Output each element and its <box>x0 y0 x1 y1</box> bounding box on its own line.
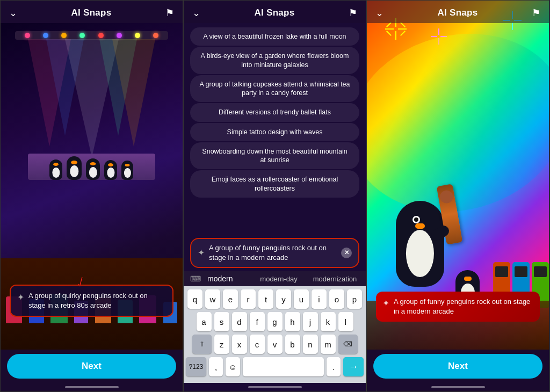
autocomplete-word-2[interactable]: modern-day <box>260 275 306 283</box>
key-c[interactable]: c <box>250 335 265 354</box>
sparkle-icon-1: ✦ <box>17 292 24 302</box>
panel-1: ⌄ AI Snaps ⚑ <box>0 0 183 392</box>
key-p[interactable]: p <box>347 289 362 309</box>
flag-icon-3[interactable]: ⚑ <box>532 7 540 19</box>
key-y[interactable]: y <box>276 289 291 309</box>
panel-2-header: ⌄ AI Snaps ⚑ <box>184 1 366 23</box>
key-space[interactable] <box>243 357 324 376</box>
key-g[interactable]: g <box>267 312 283 331</box>
panel-3-header: ⌄ AI Snaps ⚑ <box>367 1 549 23</box>
keyboard-row-3: ⇧ z x c v b n m ⌫ <box>186 335 364 354</box>
autocomplete-word-1[interactable]: modern <box>207 274 254 283</box>
suggestion-item[interactable]: A view of a beautiful frozen lake with a… <box>190 27 359 46</box>
key-period[interactable]: . <box>327 357 341 376</box>
prompt-box-1: ✦ A group of quirky penguins rock out on… <box>10 285 173 317</box>
keyboard-row-4: ?123 , ☺ . → <box>186 357 364 376</box>
autocomplete-row: ⌨ modern modern-day modernization <box>184 271 366 286</box>
autocomplete-word-3[interactable]: modernization <box>313 275 359 283</box>
key-l[interactable]: l <box>338 312 353 331</box>
suggestion-item[interactable]: Snowboarding down the most beautiful mou… <box>190 142 359 170</box>
home-bar-2 <box>248 386 302 388</box>
key-k[interactable]: k <box>321 312 336 331</box>
key-d[interactable]: d <box>232 312 247 331</box>
result-image: ✦ A group of funny penguins rock out on … <box>367 1 549 350</box>
key-w[interactable]: w <box>205 289 220 309</box>
suggestion-item[interactable]: Emoji faces as a rollercoaster of emotio… <box>190 170 359 198</box>
prompt-box-3: ✦ A group of funny penguins rock out on … <box>376 292 540 322</box>
key-m[interactable]: m <box>321 335 336 354</box>
home-indicator-2 <box>184 383 366 391</box>
key-v[interactable]: v <box>267 335 283 354</box>
arcade-image-1: ↓ ✦ A group of quirky penguins rock out … <box>1 23 183 350</box>
clear-button[interactable]: ✕ <box>341 248 352 258</box>
key-o[interactable]: o <box>329 289 344 309</box>
chevron-down-icon[interactable]: ⌄ <box>9 7 17 19</box>
key-return[interactable]: → <box>343 357 364 376</box>
key-t[interactable]: t <box>258 289 273 309</box>
key-r[interactable]: r <box>241 289 256 309</box>
home-indicator-1 <box>1 383 183 391</box>
key-z[interactable]: z <box>214 335 229 354</box>
prompt-text-1: A group of quirky penguins rock out on s… <box>28 291 166 310</box>
suggestion-item[interactable]: A group of talking cupcakes attend a whi… <box>190 75 359 103</box>
key-shift[interactable]: ⇧ <box>192 335 212 354</box>
next-button-3[interactable]: Next <box>373 354 542 379</box>
panel-1-header: ⌄ AI Snaps ⚑ <box>1 1 183 23</box>
panel-3-title: AI Snaps <box>437 8 477 18</box>
key-comma[interactable]: , <box>209 357 223 376</box>
key-e[interactable]: e <box>223 289 238 309</box>
keyboard-row-2: a s d f g h j k l <box>186 312 364 331</box>
key-b[interactable]: b <box>285 335 300 354</box>
key-q[interactable]: q <box>187 289 202 309</box>
keyboard-area: q w e r t y u i o p a s d f g h j k l ⇧ … <box>184 286 366 383</box>
key-i[interactable]: i <box>312 289 327 309</box>
suggestion-item[interactable]: Different versions of trendy ballet flat… <box>190 103 359 121</box>
panel-3: ⌄ AI Snaps ⚑ <box>366 0 549 392</box>
sparkle-icon-3: ✦ <box>382 298 389 308</box>
panel-1-title: AI Snaps <box>71 8 111 18</box>
suggestion-item[interactable]: Simple tattoo design with waves <box>190 123 359 141</box>
suggestion-item[interactable]: A birds-eye view of a garden where flowe… <box>190 47 359 74</box>
key-j[interactable]: j <box>303 312 318 331</box>
prompt-text-3: A group of funny penguins rock out on st… <box>394 297 533 316</box>
suggestions-list: A view of a beautiful frozen lake with a… <box>184 23 366 235</box>
flag-icon-1[interactable]: ⚑ <box>165 7 174 19</box>
chevron-down-icon-3[interactable]: ⌄ <box>375 7 383 19</box>
panel-2: ⌄ AI Snaps ⚑ A view of a beautiful froze… <box>183 0 366 392</box>
panel-2-title: AI Snaps <box>254 8 294 18</box>
key-num[interactable]: ?123 <box>186 357 206 376</box>
key-a[interactable]: a <box>197 312 212 331</box>
key-f[interactable]: f <box>250 312 265 331</box>
active-input-area[interactable]: ✦ A group of funny penguins rock out on … <box>190 238 359 268</box>
key-u[interactable]: u <box>294 289 309 309</box>
active-input-text: A group of funny penguins rock out on st… <box>209 243 337 263</box>
home-bar-1 <box>65 386 119 388</box>
sparkle-icon-2: ✦ <box>198 248 205 258</box>
home-indicator-3 <box>367 383 549 391</box>
key-s[interactable]: s <box>214 312 229 331</box>
next-button-1[interactable]: Next <box>7 354 176 379</box>
key-n[interactable]: n <box>303 335 318 354</box>
keyboard-row-1: q w e r t y u i o p <box>186 289 364 309</box>
home-bar-3 <box>431 386 485 388</box>
chevron-down-icon-2[interactable]: ⌄ <box>192 7 200 19</box>
key-h[interactable]: h <box>285 312 300 331</box>
key-backspace[interactable]: ⌫ <box>338 335 358 354</box>
key-emoji[interactable]: ☺ <box>226 357 240 376</box>
keyboard-icon: ⌨ <box>190 274 201 283</box>
key-x[interactable]: x <box>232 335 247 354</box>
flag-icon-2[interactable]: ⚑ <box>349 7 357 19</box>
